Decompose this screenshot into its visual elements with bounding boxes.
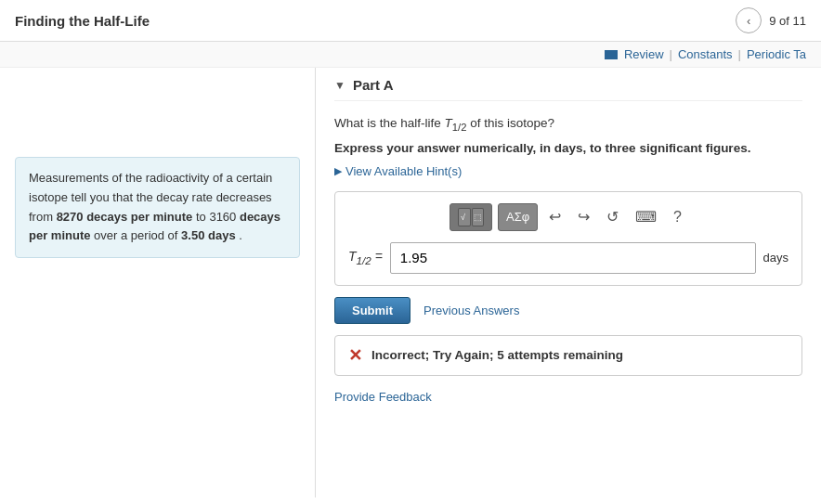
svg-text:⬚: ⬚ (474, 213, 482, 222)
main-layout: Measurements of the radioactivity of a c… (0, 68, 821, 498)
periodic-table-link[interactable]: Periodic Ta (747, 47, 806, 61)
hint-link[interactable]: ▶ View Available Hint(s) (334, 164, 802, 178)
math-template-icon: √ ⬚ (458, 208, 484, 226)
previous-answers-link[interactable]: Previous Answers (424, 304, 519, 317)
part-collapse-icon[interactable]: ▼ (334, 79, 345, 92)
answer-input[interactable] (390, 242, 756, 274)
info-bold-1: 8270 decays per minute (57, 210, 193, 224)
hint-arrow-icon: ▶ (334, 165, 342, 177)
question-text: What is the half-life T1/2 of this isoto… (334, 114, 802, 136)
header-nav: ‹ 9 of 11 (736, 7, 806, 33)
redo-button[interactable]: ↪ (572, 203, 595, 231)
input-label: T1/2 = (348, 249, 383, 266)
math-toolbar: √ ⬚ ΑΣφ ↩ ↪ ↺ ⌨ ? (348, 203, 788, 231)
input-row: T1/2 = days (348, 242, 788, 274)
unit-label: days (763, 251, 788, 265)
prev-nav-button[interactable]: ‹ (736, 7, 762, 33)
reset-button[interactable]: ↺ (601, 203, 624, 231)
submit-row: Submit Previous Answers (334, 297, 802, 324)
question-emphasis: Express your answer numerically, in days… (334, 141, 802, 155)
page-title: Finding the Half-Life (15, 13, 150, 29)
info-text-3: over a period of (94, 228, 177, 242)
help-button[interactable]: ? (668, 203, 687, 231)
review-icon (605, 50, 618, 59)
feedback-link[interactable]: Provide Feedback (334, 390, 432, 404)
error-icon: ✕ (348, 345, 362, 366)
math-template-button[interactable]: √ ⬚ (450, 203, 492, 231)
info-text-4: . (239, 228, 242, 242)
info-box: Measurements of the radioactivity of a c… (15, 157, 300, 258)
part-label: Part A (353, 77, 394, 93)
right-panel: ▼ Part A What is the half-life T1/2 of t… (316, 68, 821, 498)
app-header: Finding the Half-Life ‹ 9 of 11 (0, 0, 821, 42)
left-panel: Measurements of the radioactivity of a c… (0, 68, 316, 498)
part-header: ▼ Part A (334, 68, 802, 101)
error-box: ✕ Incorrect; Try Again; 5 attempts remai… (334, 335, 802, 376)
error-text: Incorrect; Try Again; 5 attempts remaini… (371, 348, 623, 362)
keyboard-button[interactable]: ⌨ (630, 203, 662, 231)
symbol-button[interactable]: ΑΣφ (498, 203, 538, 231)
review-link[interactable]: Review (624, 47, 664, 61)
submit-button[interactable]: Submit (334, 297, 410, 324)
top-nav-bar: Review | Constants | Periodic Ta (0, 42, 821, 68)
answer-box: √ ⬚ ΑΣφ ↩ ↪ ↺ ⌨ ? T1/2 = day (334, 191, 802, 286)
info-text-2: to 3160 (196, 210, 236, 224)
nav-count: 9 of 11 (769, 14, 806, 28)
undo-button[interactable]: ↩ (543, 203, 567, 231)
constants-link[interactable]: Constants (678, 47, 733, 61)
svg-text:√: √ (461, 213, 465, 222)
info-bold-3: 3.50 days (181, 228, 236, 242)
